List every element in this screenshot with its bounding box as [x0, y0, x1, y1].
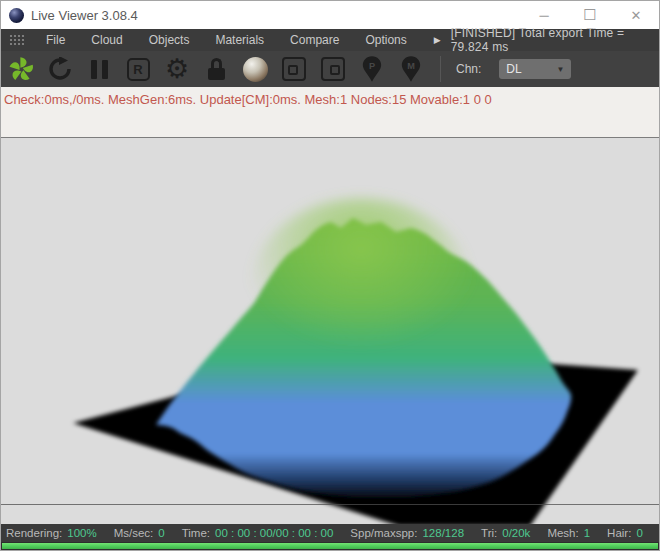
region-render-icon[interactable] — [280, 54, 308, 84]
peak-highlight — [251, 198, 471, 378]
status-time: Time: 00 : 00 : 00/00 : 00 : 00 — [182, 527, 334, 539]
app-icon — [9, 8, 24, 23]
menu-bar: File Cloud Objects Materials Compare Opt… — [1, 29, 659, 51]
title-bar: Live Viewer 3.08.4 ─ ☐ ✕ — [1, 1, 659, 29]
channel-value: DL — [506, 62, 521, 76]
export-status-text: [FINISHED] Total export Time = 79.824 ms — [451, 26, 653, 54]
octane-logo-icon[interactable] — [7, 54, 35, 84]
render-progress-track — [1, 542, 659, 550]
status-mssec: Ms/sec: 0 — [114, 527, 165, 539]
restart-render-icon[interactable]: R — [124, 54, 152, 84]
render-viewport[interactable] — [1, 138, 659, 524]
menu-compare[interactable]: Compare — [277, 33, 352, 47]
svg-text:M: M — [407, 61, 415, 71]
live-viewer-window: Live Viewer 3.08.4 ─ ☐ ✕ File Cloud Obje… — [0, 0, 660, 551]
lock-resolution-icon[interactable] — [202, 54, 230, 84]
status-hair: Hair: 0 — [607, 527, 643, 539]
status-rendering: Rendering: 100% — [6, 527, 97, 539]
menu-cloud[interactable]: Cloud — [78, 33, 135, 47]
pause-icon[interactable] — [85, 54, 113, 84]
status-spp: Spp/maxspp: 128/128 — [350, 527, 464, 539]
render-progress-fill — [2, 543, 658, 549]
settings-gear-icon[interactable]: ⚙ — [163, 54, 191, 84]
status-tri: Tri: 0/20k — [481, 527, 530, 539]
mesh-status-text: Check:0ms,/0ms. MeshGen:6ms. Update[CM]:… — [4, 92, 492, 107]
channel-dropdown[interactable]: DL ▼ — [499, 59, 571, 79]
chevron-down-icon: ▼ — [556, 65, 564, 74]
material-picker-pin-icon[interactable]: M — [397, 54, 425, 84]
grip-icon[interactable] — [9, 34, 25, 46]
window-controls: ─ ☐ ✕ — [521, 1, 659, 29]
status-mesh: Mesh: 1 — [547, 527, 590, 539]
render-scene — [1, 138, 659, 524]
minimize-button[interactable]: ─ — [521, 1, 567, 29]
menu-objects[interactable]: Objects — [136, 33, 203, 47]
render-status-bar: Rendering: 100% Ms/sec: 0 Time: 00 : 00 … — [1, 524, 659, 542]
menu-options[interactable]: Options — [352, 33, 419, 47]
refresh-icon[interactable] — [46, 54, 74, 84]
close-button[interactable]: ✕ — [613, 1, 659, 29]
film-region-icon[interactable] — [319, 54, 347, 84]
channel-label: Chn: — [456, 62, 481, 76]
svg-text:P: P — [369, 61, 375, 71]
viewport-divider-line — [1, 504, 659, 505]
maximize-button[interactable]: ☐ — [567, 1, 613, 29]
window-title: Live Viewer 3.08.4 — [31, 8, 138, 23]
render-ball-icon[interactable] — [241, 54, 269, 84]
toolbar: R ⚙ P M Chn: — [1, 51, 659, 87]
mesh-status-strip: Check:0ms,/0ms. MeshGen:6ms. Update[CM]:… — [1, 87, 659, 138]
toolbar-separator — [440, 56, 441, 82]
menu-file[interactable]: File — [33, 33, 78, 47]
run-arrow-icon: ▶ — [434, 35, 441, 45]
menu-materials[interactable]: Materials — [202, 33, 277, 47]
focus-picker-pin-icon[interactable]: P — [358, 54, 386, 84]
